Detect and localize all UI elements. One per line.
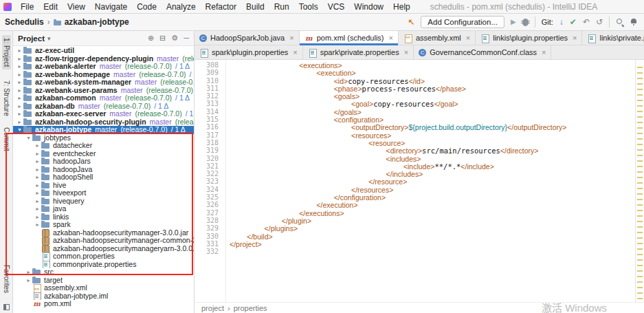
tree-item-azkaban-hadoopsecuritymanager-common-3.0.0.jar[interactable]: azkaban-hadoopsecuritymanager-common-3.0…: [13, 237, 194, 245]
code-line[interactable]: <directory>src/main/resources</directory…: [230, 147, 635, 154]
menu-window[interactable]: Window: [349, 1, 388, 13]
editor-tab-GovernanceCommonConf.class[interactable]: CGovernanceCommonConf.class×: [414, 45, 551, 59]
tree-expand-arrow-icon[interactable]: ▸: [16, 71, 23, 79]
tool-window-toggle-icon[interactable]: [3, 304, 10, 310]
tree-expand-arrow-icon[interactable]: ▸: [16, 78, 23, 87]
line-number[interactable]: 309: [195, 69, 225, 76]
tab-close-icon[interactable]: ×: [404, 48, 408, 56]
tree-expand-arrow-icon[interactable]: ▸: [16, 118, 23, 127]
tree-item-azkaban-jobtype.iml[interactable]: azkaban-jobtype.iml: [13, 292, 194, 301]
tree-item-az-flow-trigger-dependency-plugin[interactable]: ▸az-flow-trigger-dependency-pluginmaster…: [13, 55, 194, 63]
tree-item-hive[interactable]: ▸hive: [13, 182, 194, 190]
collapse-all-icon[interactable]: ⊟: [159, 34, 166, 43]
code-line[interactable]: <includes>: [230, 155, 635, 162]
tool-stripe-commit[interactable]: Commit: [3, 127, 10, 151]
navigate-back-icon[interactable]: ↖: [408, 17, 414, 27]
line-number[interactable]: 311: [195, 85, 225, 92]
tree-expand-arrow-icon[interactable]: ▸: [34, 182, 41, 190]
menu-file[interactable]: File: [16, 1, 38, 13]
tree-expand-arrow-icon[interactable]: ▸: [34, 158, 41, 166]
editor-tab-assembly.xml[interactable]: assembly.xml×: [399, 31, 476, 45]
code-line[interactable]: </execution>: [230, 201, 635, 208]
code-line[interactable]: </build>: [230, 233, 635, 240]
tree-expand-arrow-icon[interactable]: ▸: [34, 189, 41, 197]
tree-item-eventchecker[interactable]: ▸eventchecker: [13, 150, 194, 158]
code-line[interactable]: </plugins>: [230, 224, 635, 232]
code-line[interactable]: </resource>: [230, 177, 635, 185]
tree-item-hiveexport[interactable]: ▸hiveexport: [13, 189, 194, 197]
tree-item-jobtypes[interactable]: ▾jobtypes: [13, 134, 194, 142]
tree-item-azkaban-jobtype[interactable]: ▾azkaban-jobtypemaster(release-0.7.0)/ 1…: [13, 126, 194, 134]
code-line[interactable]: [230, 248, 635, 255]
line-number[interactable]: 315: [195, 116, 225, 123]
editor-tab-spark\private.properties[interactable]: spark\private.properties×: [303, 45, 414, 59]
tree-item-pom.xml[interactable]: mpom.xml: [13, 300, 194, 308]
tree-item-az-webank-alerter[interactable]: ▸az-webank-alertermaster(release-0.7.0)/…: [13, 63, 194, 71]
menu-analyze[interactable]: Analyze: [162, 1, 201, 13]
run-icon[interactable]: ▶: [511, 17, 516, 27]
tree-item-azkaban-hadoopsecuritymanager-3.0.0.jar[interactable]: azkaban-hadoopsecuritymanager-3.0.0.jar: [13, 229, 194, 237]
editor-breadcrumb-project[interactable]: project: [201, 304, 224, 312]
project-panel-title[interactable]: Project: [18, 34, 45, 43]
tree-item-linkis[interactable]: ▸linkis: [13, 213, 194, 222]
line-number[interactable]: 332: [195, 248, 225, 255]
git-update-icon[interactable]: ↓: [559, 17, 564, 27]
code-line[interactable]: </resources>: [230, 186, 635, 193]
code-line[interactable]: <id>copy-resources</id>: [230, 77, 635, 85]
editor-breadcrumb-properties[interactable]: properties: [234, 304, 267, 312]
editor-tab-pom.xml (schedulis)[interactable]: mpom.xml (schedulis)×: [300, 31, 399, 45]
code-line[interactable]: </configuration>: [230, 193, 635, 201]
tree-item-azkaban-hadoop-security-plugin[interactable]: ▸azkaban-hadoop-security-pluginmaster(re…: [13, 118, 194, 127]
tree-expand-arrow-icon[interactable]: ▸: [16, 87, 23, 95]
line-number[interactable]: 322: [195, 170, 225, 177]
git-revert-icon[interactable]: ↶: [583, 17, 590, 27]
editor-code[interactable]: <executions> <execution> <id>copy-resour…: [226, 60, 635, 302]
add-configuration-button[interactable]: Add Configuration...: [421, 16, 504, 28]
code-line[interactable]: </goals>: [230, 108, 635, 116]
tree-item-src[interactable]: ▸src: [13, 268, 194, 277]
line-number[interactable]: 331: [195, 240, 225, 248]
line-number[interactable]: 316: [195, 123, 225, 131]
tree-item-common.properties[interactable]: common.properties: [13, 252, 194, 261]
code-line[interactable]: <resource>: [230, 139, 635, 147]
tree-item-az-exec-util[interactable]: ▸az-exec-util: [13, 47, 194, 55]
editor-tab-spark\plugin.properties[interactable]: spark\plugin.properties×: [195, 45, 303, 59]
line-number[interactable]: 324: [195, 186, 225, 193]
line-number[interactable]: 312: [195, 92, 225, 100]
line-number[interactable]: 325: [195, 193, 225, 201]
tool-stripe-favorites[interactable]: Favorites: [3, 265, 10, 293]
line-number[interactable]: 308: [195, 61, 225, 69]
git-history-icon[interactable]: ↺: [596, 17, 603, 27]
line-number[interactable]: 326: [195, 201, 225, 208]
line-number[interactable]: 323: [195, 177, 225, 185]
tree-item-hadoopJava[interactable]: ▸hadoopJava: [13, 166, 194, 174]
tree-expand-arrow-icon[interactable]: ▸: [34, 150, 41, 158]
tool-stripe-structure[interactable]: 7: Structure: [3, 80, 10, 116]
menu-edit[interactable]: Edit: [38, 1, 63, 13]
line-number[interactable]: 321: [195, 162, 225, 170]
code-line[interactable]: <outputDirectory>${project.build.outputD…: [230, 123, 635, 131]
tab-close-icon[interactable]: ×: [293, 48, 297, 56]
tree-item-hivequery[interactable]: ▸hivequery: [13, 197, 194, 206]
line-number[interactable]: 310: [195, 77, 225, 85]
code-line[interactable]: </plugin>: [230, 217, 635, 224]
tree-item-azkaban-db[interactable]: ▸azkaban-dbmaster(release-0.7.0)/ 1 Δ: [13, 102, 194, 111]
settings-gear-icon[interactable]: ⚙: [171, 34, 178, 43]
debug-icon[interactable]: [522, 19, 529, 26]
search-everywhere-icon[interactable]: [616, 18, 624, 26]
tree-item-hadoopJars[interactable]: ▸hadoopJars: [13, 158, 194, 166]
tree-item-assembly.xml[interactable]: assembly.xml: [13, 284, 194, 292]
code-line[interactable]: <goal>copy-resources</goal>: [230, 100, 635, 107]
breadcrumb-module[interactable]: azkaban-jobtype: [65, 17, 129, 27]
menu-vcs[interactable]: VCS: [323, 1, 350, 13]
tab-close-icon[interactable]: ×: [466, 34, 470, 42]
tree-expand-arrow-icon[interactable]: ▸: [34, 142, 41, 150]
tab-close-icon[interactable]: ×: [289, 34, 293, 42]
tree-expand-arrow-icon[interactable]: ▸: [34, 205, 41, 213]
code-line[interactable]: <execution>: [230, 69, 635, 76]
menu-help[interactable]: Help: [388, 1, 415, 13]
menu-run[interactable]: Run: [269, 1, 294, 13]
tree-expand-arrow-icon[interactable]: ▸: [16, 63, 23, 71]
tab-close-icon[interactable]: ×: [389, 34, 393, 42]
editor-tab-linkis\private.properties[interactable]: linkis\private.properties×: [582, 31, 644, 45]
